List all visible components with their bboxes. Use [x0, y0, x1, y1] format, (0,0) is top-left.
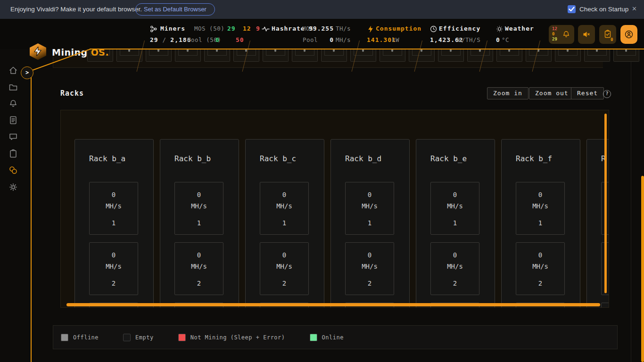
rack-cell[interactable]: 0MH/s2 [174, 242, 223, 295]
consumption-unit: kW [392, 36, 399, 43]
miner-slot-inner [383, 49, 402, 56]
hashrate-mos-unit: TH/s [336, 25, 351, 32]
racks-vertical-scrollbar[interactable] [604, 114, 607, 293]
weather-icon [496, 25, 503, 33]
rack-cell-clipped[interactable] [601, 303, 609, 308]
miner-slot[interactable] [467, 49, 493, 62]
miner-slot[interactable] [380, 49, 405, 62]
miner-slot-inner [441, 49, 461, 56]
rack-cell[interactable]: 0MH/s2 [345, 242, 394, 295]
clipped-glyph [567, 49, 569, 52]
rack-title: Rack b_c [260, 154, 296, 163]
miner-slot[interactable] [438, 49, 464, 62]
rack-cell[interactable]: 0MH/s1 [174, 182, 223, 235]
sidebar-item-settings[interactable] [8, 182, 18, 192]
notifications-button[interactable]: 12 0 29 [549, 25, 574, 44]
rack-cell[interactable]: 0MH/s1 [516, 182, 565, 235]
coins-icon [8, 165, 18, 175]
cell-unit: MH/s [191, 261, 207, 272]
check-on-startup-label: Check on Startup [579, 6, 628, 13]
zoom-in-button[interactable]: Zoom in [487, 87, 528, 99]
miner-slot[interactable] [526, 49, 552, 62]
miner-slot[interactable] [409, 49, 435, 62]
clipped-glyph [508, 49, 510, 52]
clipped-glyph [304, 49, 305, 52]
check-on-startup-checkbox[interactable] [568, 5, 576, 13]
rack-cell[interactable]: 0MH/s1 [345, 182, 394, 235]
clipped-glyph [157, 49, 159, 52]
rack-cell[interactable]: 0MH/s1 [260, 182, 309, 235]
rack-card: Rack b_a0MH/s10MH/s2 [74, 139, 154, 308]
sidebar-item-chat[interactable] [8, 132, 18, 141]
gear-icon [8, 182, 18, 192]
rack-cell[interactable]: 0MH/s1 [430, 182, 479, 235]
cell-hashrate: 0 [282, 189, 286, 200]
cell-slot-number: 2 [453, 278, 457, 289]
cell-hashrate: 0 [112, 249, 116, 261]
banner-message: Enjoying Vivaldi? Make it your default b… [10, 6, 142, 13]
sidebar-item-files[interactable] [8, 82, 18, 92]
clipped-glyph [450, 49, 452, 52]
efficiency-unit: W/TH/S [458, 36, 480, 43]
reset-button[interactable]: Reset [571, 87, 604, 99]
account-button[interactable] [620, 25, 637, 44]
miner-slot-inner [500, 49, 519, 56]
sidebar-item-tasks[interactable] [8, 149, 18, 158]
miner-slot[interactable] [263, 49, 289, 62]
legend-item: Empty [123, 334, 154, 341]
sidebar-item-alerts[interactable] [8, 99, 18, 108]
clipped-glyph [128, 49, 130, 52]
miners-mos-error: 9 [256, 25, 260, 32]
cell-hashrate: 0 [538, 189, 542, 200]
sidebar-item-reports[interactable] [8, 115, 18, 125]
sidebar-expand-button[interactable]: > [21, 66, 33, 79]
mute-button[interactable] [578, 25, 595, 44]
miner-slot-inner [149, 49, 168, 56]
rack-cell[interactable]: 0MH/s1 [89, 182, 138, 235]
cell-hashrate: 0 [368, 249, 372, 261]
racks-horizontal-scrollbar[interactable] [66, 303, 600, 306]
rack-cell[interactable]: 0MH/s2 [430, 242, 479, 295]
rack-title: Rack b_d [345, 154, 381, 163]
bell-icon [8, 99, 18, 108]
sidebar-item-mining[interactable] [8, 165, 18, 175]
cell-unit: MH/s [362, 200, 378, 212]
tasks-button[interactable]: 0 [599, 25, 616, 44]
scrollbar-track-divider [631, 49, 631, 362]
rack-card: Rack b_b0MH/s10MH/s2 [160, 139, 239, 308]
miner-slot[interactable] [321, 49, 347, 62]
miner-slot[interactable] [555, 49, 581, 62]
help-icon[interactable]: ? [603, 90, 611, 98]
set-default-browser-button[interactable]: Set as Default Browser [135, 3, 215, 16]
miner-slot[interactable] [613, 49, 639, 62]
miner-slot[interactable] [584, 49, 610, 62]
miner-slot[interactable] [175, 49, 201, 62]
cell-unit: MH/s [532, 200, 548, 212]
folder-icon [8, 82, 18, 92]
miner-slot[interactable] [146, 49, 172, 62]
miner-slot-inner [266, 49, 285, 56]
close-icon[interactable]: ✕ [632, 5, 637, 12]
rack-cell[interactable]: 0MH/s2 [516, 242, 565, 295]
sidebar-item-home[interactable] [8, 66, 18, 75]
clipped-glyph [391, 49, 393, 52]
miner-slot-inner [207, 49, 227, 56]
zoom-out-button[interactable]: Zoom out [529, 87, 575, 99]
miners-mos-warn: 12 [243, 25, 251, 32]
cell-slot-number: 2 [368, 278, 372, 289]
miner-slot[interactable] [496, 49, 522, 62]
page-scrollbar[interactable] [641, 176, 644, 362]
clipboard-icon [8, 149, 18, 158]
miner-slot-inner [587, 49, 607, 56]
miner-slot[interactable] [116, 49, 142, 62]
rack-cell[interactable]: 0MH/s2 [89, 242, 138, 295]
cell-slot-number: 1 [538, 217, 542, 229]
miner-slot[interactable] [292, 49, 318, 62]
cell-unit: MH/s [447, 261, 463, 272]
miner-slot[interactable] [204, 49, 230, 62]
rack-cell[interactable]: 0MH/s2 [260, 242, 309, 295]
legend-item: Offline [61, 334, 99, 341]
cell-unit: MH/s [532, 261, 548, 272]
clipped-glyph [421, 49, 422, 52]
weather-label: Weather [505, 25, 534, 32]
